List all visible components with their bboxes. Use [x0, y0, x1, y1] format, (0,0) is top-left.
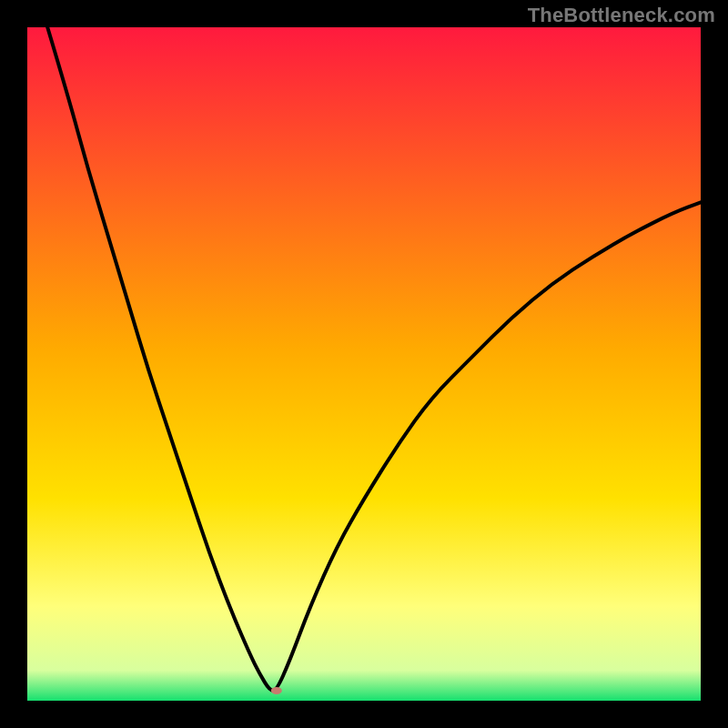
minimum-marker: [271, 687, 282, 694]
chart-container: TheBottleneck.com: [0, 0, 728, 728]
chart-svg: [27, 27, 701, 701]
watermark-text: TheBottleneck.com: [528, 4, 715, 27]
plot-area: [27, 27, 701, 701]
gradient-background: [27, 27, 701, 701]
